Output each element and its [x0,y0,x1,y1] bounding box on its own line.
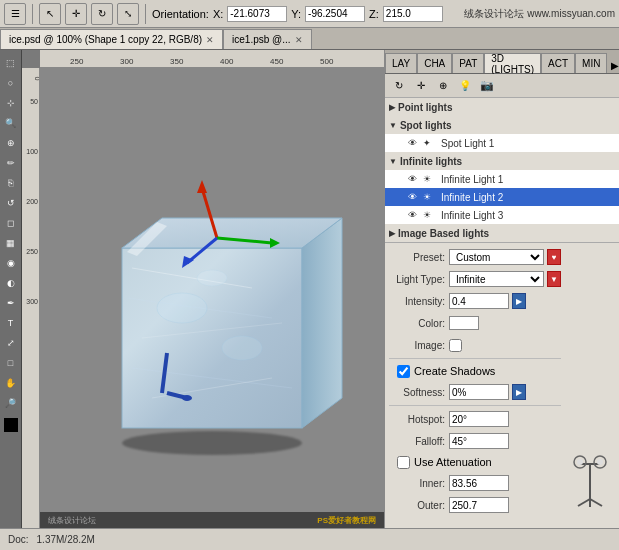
infinite-light-2-eye-icon[interactable]: 👁 [405,190,419,204]
hotspot-input[interactable] [449,411,509,427]
z-coord-input[interactable] [383,6,443,22]
create-shadows-checkbox[interactable] [397,365,410,378]
zoom-tool-icon[interactable]: 🔎 [2,394,20,412]
spot-lights-group[interactable]: ▼ Spot lights [385,116,619,134]
tab-act[interactable]: ACT [541,53,575,73]
path-select-icon[interactable]: ⤢ [2,334,20,352]
blur-tool-icon[interactable]: ◉ [2,254,20,272]
outer-input[interactable] [449,497,509,513]
spot-light-1-eye-icon[interactable]: 👁 [405,136,419,150]
hotspot-label: Hotspot: [389,414,449,425]
crop-tool-icon[interactable]: ⊹ [2,94,20,112]
3d-camera-icon[interactable]: 📷 [477,77,497,95]
spot-light-1-type-icon: ✦ [423,138,437,148]
ruler-mark-450: 450 [270,57,283,66]
spot-light-1-item[interactable]: 👁 ✦ Spot Light 1 [385,134,619,152]
inner-row: Inner: [389,473,561,493]
pen-tool-icon[interactable]: ✒ [2,294,20,312]
tab-bar: ice.psd @ 100% (Shape 1 copy 22, RGB/8) … [0,28,619,50]
infinite-light-3-eye-icon[interactable]: 👁 [405,208,419,222]
shape-tool-icon[interactable]: □ [2,354,20,372]
intensity-slider-arrow[interactable]: ▶ [512,293,526,309]
tab-lay[interactable]: LAY [385,53,417,73]
lasso-tool-icon[interactable]: ○ [2,74,20,92]
menu-icon[interactable]: ☰ [4,3,26,25]
tab-cha[interactable]: CHA [417,53,452,73]
svg-marker-7 [302,218,342,428]
image-value-box [449,339,561,352]
infinite-lights-group[interactable]: ▼ Infinite lights [385,152,619,170]
history-brush-icon[interactable]: ↺ [2,194,20,212]
preset-dropdown-arrow[interactable]: ♥ [547,249,561,265]
separator-1 [32,4,33,24]
tab-pat[interactable]: PAT [452,53,484,73]
infinite-light-2-item[interactable]: 👁 ☀ Infinite Light 2 [385,188,619,206]
svg-line-26 [590,499,602,506]
text-tool-icon[interactable]: T [2,314,20,332]
softness-input[interactable] [449,384,509,400]
x-coord-input[interactable] [227,6,287,22]
move-tool-icon[interactable]: ✛ [65,3,87,25]
infinite-light-1-item[interactable]: 👁 ☀ Infinite Light 1 [385,170,619,188]
tab-ice1-psb-label: ice1.psb @... [232,34,291,45]
svg-line-24 [578,499,590,506]
brush-tool-icon[interactable]: ✏ [2,154,20,172]
use-attenuation-checkbox[interactable] [397,456,410,469]
ruler-left: 0 50 100 200 250 300 [22,68,40,528]
gradient-tool-icon[interactable]: ▦ [2,234,20,252]
tab-ice-psd[interactable]: ice.psd @ 100% (Shape 1 copy 22, RGB/8) … [0,29,223,49]
3d-lights-icon[interactable]: 💡 [455,77,475,95]
light-type-dropdown-arrow[interactable]: ▼ [547,271,561,287]
hand-tool-icon[interactable]: ✋ [2,374,20,392]
softness-row: Softness: ▶ [389,382,561,402]
softness-label: Softness: [389,387,449,398]
light-stand-container [565,247,615,517]
dodge-tool-icon[interactable]: ◐ [2,274,20,292]
infinite-light-3-item[interactable]: 👁 ☀ Infinite Light 3 [385,206,619,224]
preset-label: Preset: [389,252,449,263]
color-value-box [449,316,561,330]
tab-ice1-close-icon[interactable]: ✕ [295,35,303,45]
tab-3d-lights[interactable]: 3D (LIGHTS) [484,53,541,73]
y-coord-label: Y: [291,8,301,20]
select-tool-icon[interactable]: ⬚ [2,54,20,72]
tab-close-icon[interactable]: ✕ [206,35,214,45]
3d-rotate-icon[interactable]: ↻ [389,77,409,95]
foreground-color-icon[interactable] [4,418,18,432]
falloff-value-box [449,433,561,449]
watermark-right: PS爱好者教程网 [317,515,376,526]
divider-1 [389,358,561,359]
falloff-input[interactable] [449,433,509,449]
3d-zoom-icon[interactable]: ⊕ [433,77,453,95]
softness-slider-arrow[interactable]: ▶ [512,384,526,400]
rotate-tool-icon[interactable]: ↻ [91,3,113,25]
image-checkbox[interactable] [449,339,462,352]
image-based-lights-group[interactable]: ▶ Image Based lights [385,224,619,242]
inner-input[interactable] [449,475,509,491]
eyedropper-icon[interactable]: 🔍 [2,114,20,132]
y-coord-input[interactable] [305,6,365,22]
tab-min[interactable]: MIN [575,53,607,73]
point-lights-group[interactable]: ▶ Point lights [385,98,619,116]
infinite-light-1-eye-icon[interactable]: 👁 [405,172,419,186]
infinite-light-3-label: Infinite Light 3 [441,210,503,221]
panel-more-button[interactable]: ▶▶ [607,58,619,73]
infinite-light-3-type-icon: ☀ [423,210,437,220]
light-type-select[interactable]: Infinite [449,271,544,287]
top-toolbar: ☰ ↖ ✛ ↻ ⤡ Orientation: X: Y: Z: 绒条设计论坛 w… [0,0,619,28]
3d-pan-icon[interactable]: ✛ [411,77,431,95]
intensity-input[interactable] [449,293,509,309]
eraser-tool-icon[interactable]: ◻ [2,214,20,232]
svg-point-10 [222,336,262,360]
stamp-tool-icon[interactable]: ⎘ [2,174,20,192]
preset-select[interactable]: Custom [449,249,544,265]
outer-row: Outer: [389,495,561,515]
scale-tool-icon[interactable]: ⤡ [117,3,139,25]
tab-ice1-psb[interactable]: ice1.psb @... ✕ [223,29,312,49]
arrow-tool-icon[interactable]: ↖ [39,3,61,25]
props-fields: Preset: Custom ♥ Light Type: [389,247,561,517]
infinite-light-1-type-icon: ☀ [423,174,437,184]
color-swatch[interactable] [449,316,479,330]
heal-tool-icon[interactable]: ⊕ [2,134,20,152]
ruler-mark-500: 500 [320,57,333,66]
